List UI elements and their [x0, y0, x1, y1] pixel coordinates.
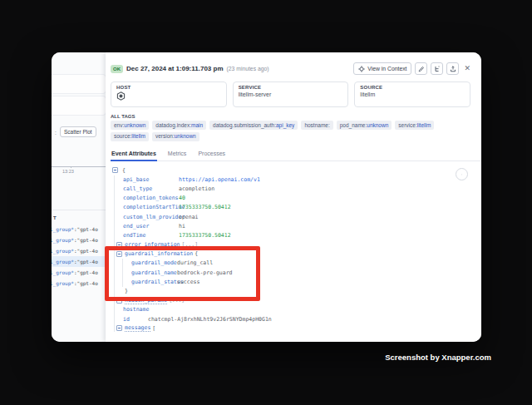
list-item[interactable]: l_group*:"gpt-4o — [52, 256, 106, 267]
json-key: completionStartTime — [123, 204, 179, 210]
card-label: HOST — [116, 85, 221, 90]
json-key: endTime — [123, 232, 179, 239]
summary-cards: HOSTSERVICElitellm-serverSOURCElitellm — [111, 81, 470, 107]
summary-card-source: SOURCElitellm — [354, 81, 470, 107]
event-actions: View in Context ✕ — [353, 62, 470, 75]
list-item-key: l_group* — [52, 248, 74, 254]
hierarchy-icon — [434, 66, 441, 72]
list-item[interactable]: l_group*:"gpt-4o — [52, 245, 106, 256]
list-item[interactable]: l_group*:"gpt-4o — [52, 267, 106, 278]
host-hexagon-icon — [116, 91, 126, 101]
json-row: messages[ — [111, 324, 470, 333]
tag-pill[interactable]: hostname: — [301, 121, 332, 130]
json-value[interactable]: https://api.openai.com/v1 — [179, 176, 260, 183]
search-icon — [461, 171, 462, 178]
json-row: endTime1735333750.50412 — [111, 230, 470, 240]
json-key: api_base — [123, 176, 179, 183]
tag-key: service: — [398, 122, 416, 128]
close-icon[interactable]: ✕ — [464, 65, 470, 72]
list-item-key: l_group* — [52, 269, 74, 275]
json-value: 1735333750.50412 — [179, 204, 231, 210]
tag-pill[interactable]: source:litellm — [111, 132, 149, 141]
scatter-plot-button[interactable]: Scatter Plot — [60, 126, 96, 137]
event-timestamp: Dec 27, 2024 at 1:09:11.703 pm — [126, 65, 224, 72]
json-row: hostname — [111, 305, 470, 314]
scatter-plot-prefix: : — [55, 130, 57, 136]
tag-pill[interactable]: datadog.index:main — [152, 121, 206, 130]
tab-bar: Event AttributesMetricsProcesses — [111, 149, 481, 161]
time-axis — [52, 166, 106, 167]
json-row: { — [111, 165, 470, 175]
view-in-context-label: View in Context — [367, 66, 406, 72]
tag-pill[interactable]: datadog.submission_auth:api_key — [209, 121, 298, 130]
json-value: hi — [179, 223, 185, 230]
list-item-value: :"gpt-4o — [74, 248, 98, 254]
export-icon — [450, 66, 456, 72]
tag-pill[interactable]: env:unknown — [111, 121, 149, 130]
json-key: custom_llm_provider — [123, 214, 179, 220]
json-row: api_basehttps://api.openai.com/v1 — [111, 175, 470, 184]
tag-key: env: — [114, 122, 124, 128]
all-tags-label: ALL TAGS — [111, 114, 135, 119]
background-divider — [52, 210, 106, 210]
event-header: OK Dec 27, 2024 at 1:09:11.703 pm (23 mi… — [111, 62, 470, 75]
status-badge: OK — [111, 65, 123, 73]
background-card — [52, 96, 106, 116]
tag-pill[interactable]: pod_name:unknown — [337, 121, 392, 130]
related-traces-button[interactable] — [431, 62, 443, 75]
card-value: litellm-server — [239, 91, 343, 99]
tag-value: unknown — [367, 122, 388, 128]
list-item[interactable]: l_group*:"gpt-4o — [52, 224, 106, 235]
list-item-value: :"gpt-4o — [74, 259, 98, 264]
card-value: litellm — [360, 91, 465, 99]
pencil-icon — [418, 66, 425, 72]
tag-pill[interactable]: version:unknown — [152, 132, 200, 141]
list-item-key: l_group* — [52, 226, 74, 232]
annotation-highlight-rectangle — [105, 246, 260, 301]
json-row: idchatcmpl-Aj8rxhNLht9v2J6rSNYDmp4pH0G1n — [111, 314, 470, 324]
list-item-key: l_group* — [52, 280, 74, 286]
json-value: openai — [179, 214, 198, 220]
json-key: call_type — [123, 185, 179, 192]
json-key: end_user — [123, 223, 179, 230]
export-button[interactable] — [446, 62, 459, 75]
collapse-toggle-icon[interactable] — [116, 325, 122, 331]
tag-value: unknown — [175, 133, 196, 139]
list-item-value: :"gpt-4o — [74, 269, 98, 275]
tag-key: pod_name: — [340, 122, 367, 128]
json-row: end_userhi — [111, 221, 470, 230]
json-row: completion_tokens40 — [111, 194, 470, 203]
background-group-list: l_group*:"gpt-4ol_group*:"gpt-4ol_group*… — [52, 224, 106, 289]
list-item-value: :"gpt-4o — [74, 237, 98, 243]
card-label: SERVICE — [239, 85, 343, 90]
tab-processes[interactable]: Processes — [197, 149, 226, 161]
json-row: completionStartTime1735333750.50412 — [111, 203, 470, 212]
event-relative-time: (23 minutes ago) — [227, 66, 269, 72]
background-card — [52, 74, 106, 94]
view-in-context-button[interactable]: View in Context — [353, 62, 411, 75]
collapse-toggle-icon[interactable] — [112, 167, 118, 173]
json-row: call_typeacompletion — [111, 184, 470, 193]
summary-card-service: SERVICElitellm-server — [233, 81, 349, 107]
tag-value: main — [191, 122, 203, 128]
tag-value: api_key — [276, 122, 294, 128]
json-key[interactable]: messages — [125, 324, 150, 332]
search-attributes-button[interactable] — [456, 168, 468, 180]
tag-key: version: — [155, 133, 175, 139]
summary-card-host: HOST — [111, 81, 227, 107]
list-item-value: :"gpt-4o — [74, 280, 98, 286]
list-item[interactable]: l_group*:"gpt-4o — [52, 235, 106, 245]
tag-value: litellm — [131, 133, 145, 139]
tab-event-attributes[interactable]: Event Attributes — [111, 149, 157, 161]
json-value: acompletion — [179, 185, 214, 192]
json-bracket: [ — [152, 325, 155, 332]
tag-pill[interactable]: service:litellm — [395, 121, 434, 130]
tag-key: hostname: — [304, 122, 329, 128]
list-item[interactable]: l_group*:"gpt-4o — [52, 278, 106, 289]
tab-metrics[interactable]: Metrics — [167, 149, 188, 161]
edit-button[interactable] — [415, 62, 427, 75]
list-item-key: l_group* — [52, 237, 74, 243]
watermark: Screenshot by Xnapper.com — [385, 353, 491, 362]
tag-value: unknown — [124, 122, 145, 128]
tag-key: datadog.submission_auth: — [213, 122, 276, 128]
